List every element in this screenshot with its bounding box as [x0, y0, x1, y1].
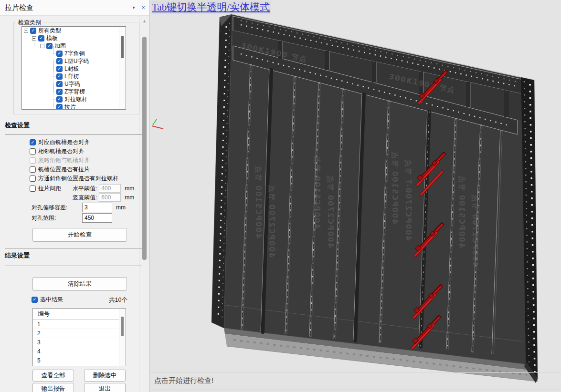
result-list[interactable]: 编号 1 2 3 4 5 6 [32, 308, 126, 366]
option-tie-spacing[interactable]: 拉片间距 [30, 184, 61, 193]
window-bottom-divider [150, 390, 561, 390]
checkbox-checked-icon[interactable] [30, 139, 36, 145]
checkbox-unchecked-icon[interactable] [30, 166, 36, 173]
list-item[interactable]: 5 [33, 356, 126, 365]
result-list-header: 编号 [33, 309, 126, 320]
list-item[interactable]: 1 [33, 320, 126, 329]
panel-titlebar: 拉片检查 ▾ × [0, 0, 149, 16]
option-label: 铣槽位置是否有拉片 [38, 165, 90, 174]
checkbox-checked-icon[interactable] [56, 104, 63, 110]
checkbox-checked-icon[interactable] [56, 96, 63, 103]
tree-item[interactable]: L背楞 [22, 72, 126, 80]
tree-item-reinforce[interactable]: 加固 [22, 42, 126, 50]
watermark-text: 400PC5100 节点 [457, 175, 466, 248]
checkbox-checked-icon[interactable] [46, 43, 53, 49]
select-results-option[interactable]: 选中结果 [32, 295, 63, 304]
checkbox-checked-icon[interactable] [56, 89, 63, 95]
tree-item[interactable]: 7字角钢 [22, 50, 126, 57]
horizontal-threshold-input[interactable] [99, 184, 121, 193]
tree-item-label: U字码 [64, 80, 80, 88]
tree-item[interactable]: L封板 [22, 65, 126, 72]
unit-label: mm [125, 185, 134, 192]
exit-button[interactable]: 退出 [84, 383, 126, 392]
watermark-text: 400PC5100 节点 [313, 155, 321, 229]
checkbox-unchecked-icon[interactable] [30, 186, 36, 192]
tree-guide [53, 46, 54, 107]
collapse-expander-icon[interactable] [40, 44, 44, 48]
hole-offset-tolerance-row: 对孔偏移容差: mm [32, 203, 126, 212]
option-face-slot-align[interactable]: 对应面铣槽是否对齐 [30, 138, 146, 147]
list-item[interactable]: 6 [33, 365, 126, 366]
option-slot-has-tie[interactable]: 铣槽位置是否有拉片 [30, 165, 146, 174]
category-tree[interactable]: 所有类型 模板 加固 7字角钢 L型U字码 [21, 26, 126, 110]
tree-item-label: 拉片 [64, 103, 76, 110]
delete-selected-button[interactable]: 删除选中 [84, 370, 126, 382]
tree-item-label: 7字角钢 [64, 50, 85, 58]
status-message: 点击开始进行检查! [154, 376, 213, 385]
clear-results-button[interactable]: 清除结果 [32, 277, 127, 291]
tree-item[interactable]: U字码 [22, 80, 126, 88]
horizontal-threshold-label: 水平阈值: [73, 185, 97, 193]
panel-scrollbar[interactable]: ▲ [139, 16, 149, 392]
option-ignore-corner-align: 忽略角铝与铣槽对齐 [30, 156, 146, 165]
list-item[interactable]: 4 [33, 347, 126, 356]
collapse-expander-icon[interactable] [24, 29, 28, 33]
watermark-text: 400PC2700 节点 [326, 175, 335, 248]
result-list-scrollbar[interactable] [119, 309, 126, 366]
hole-offset-tolerance-input[interactable] [82, 203, 112, 212]
vertical-threshold-label: 竖直阈值: [73, 194, 97, 202]
3d-scene[interactable]: 400PC5100 节点 400PC2700 节点 400PC5100 节点 4… [150, 0, 561, 392]
hole-offset-tolerance-label: 对孔偏移容差: [32, 204, 79, 212]
option-label: 拉片间距 [38, 185, 61, 193]
result-list-scrollbar-thumb[interactable] [121, 317, 124, 336]
checkbox-checked-icon[interactable] [56, 58, 63, 64]
tree-scrollbar-thumb[interactable] [121, 36, 124, 58]
tree-item[interactable]: 对拉螺杆 [22, 95, 126, 103]
checkbox-unchecked-icon[interactable] [30, 175, 36, 182]
option-adjacent-slot-align[interactable]: 相邻铣槽是否对齐 [30, 147, 146, 156]
option-label: 忽略角铝与铣槽对齐 [38, 156, 90, 165]
option-label: 对应面铣槽是否对齐 [38, 138, 90, 146]
option-diagonal-has-bolt[interactable]: 方通斜角钢位置是否有对拉螺杆 [30, 174, 146, 183]
checkbox-checked-icon[interactable] [32, 297, 38, 303]
app-window: 拉片检查 ▾ × ▲ 检查类别 所有类型 [0, 0, 561, 392]
collapse-expander-icon[interactable] [32, 36, 36, 41]
result-count: 共10个 [109, 296, 127, 304]
separator [5, 248, 142, 248]
scrollbar-up-icon[interactable]: ▲ [140, 19, 149, 23]
panel-close-icon[interactable]: × [139, 0, 148, 15]
tree-item-label: L型U字码 [64, 57, 89, 65]
view-all-button[interactable]: 查看全部 [32, 370, 74, 382]
export-report-button[interactable]: 输出报告 [32, 383, 74, 392]
vertical-threshold-input[interactable] [99, 193, 121, 202]
panel-title: 拉片检查 [5, 0, 33, 15]
3d-viewport[interactable]: 400PC5100 节点 400PC2700 节点 400PC5100 节点 4… [149, 0, 561, 392]
tree-item[interactable]: L型U字码 [22, 57, 126, 65]
tree-item-label: Z字背楞 [64, 88, 85, 96]
tree-scrollbar[interactable] [119, 27, 126, 109]
start-check-button[interactable]: 开始检查 [32, 228, 127, 242]
panel-collapse-icon[interactable]: ▾ [129, 0, 138, 15]
checkbox-checked-icon[interactable] [56, 81, 63, 87]
checkbox-unchecked-icon[interactable] [30, 148, 36, 155]
hole-range-input[interactable] [82, 213, 112, 223]
tree-item-template[interactable]: 模板 [22, 34, 126, 42]
checkbox-checked-icon[interactable] [56, 73, 63, 80]
list-item[interactable]: 2 [33, 329, 126, 338]
checkbox-checked-icon[interactable] [56, 66, 63, 72]
tree-item[interactable]: 拉片 [22, 103, 126, 110]
checkbox-checked-icon[interactable] [38, 35, 44, 41]
tree-guide [34, 42, 34, 46]
tree-item[interactable]: Z字背楞 [22, 88, 126, 95]
check-category-groupbox: 检查类别 所有类型 模板 加固 [13, 22, 139, 114]
tree-item-label: L封板 [64, 65, 79, 73]
watermark-text: 400PC5100 节点 [254, 165, 263, 238]
watermark-text: 400PC5100 节点 [391, 151, 399, 224]
list-item[interactable]: 3 [33, 338, 126, 347]
option-label: 方通斜角钢位置是否有对拉螺杆 [38, 175, 118, 183]
checkbox-checked-icon[interactable] [30, 28, 36, 34]
checkbox-checked-icon[interactable] [56, 51, 63, 57]
tree-item-all-types[interactable]: 所有类型 [22, 27, 126, 34]
tree-item-label: L背楞 [64, 72, 79, 81]
inspection-tool-panel: 拉片检查 ▾ × ▲ 检查类别 所有类型 [0, 0, 149, 392]
